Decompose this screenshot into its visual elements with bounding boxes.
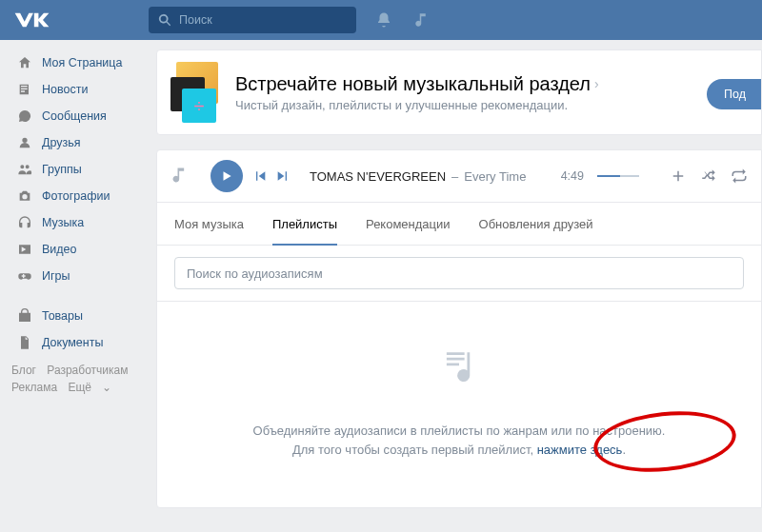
- sidebar-item-label: Сообщения: [42, 109, 107, 123]
- topbar: Поиск: [0, 0, 762, 40]
- sidebar-item-label: Новости: [42, 83, 88, 96]
- banner-subtitle: Чистый дизайн, плейлисты и улучшенные ре…: [235, 98, 599, 112]
- music-tabs: Моя музыка Плейлисты Рекомендации Обновл…: [157, 203, 761, 246]
- sidebar-footer: Блог Разработчикам Реклама Ещё ⌄: [11, 362, 156, 396]
- sidebar-item-friends[interactable]: Друзья: [11, 129, 156, 156]
- vk-logo[interactable]: [11, 10, 53, 30]
- track-duration: 4:49: [561, 169, 584, 183]
- sidebar-item-market[interactable]: Товары: [11, 303, 156, 329]
- audio-player: TOMAS N'EVERGREEN – Every Time 4:49: [157, 150, 761, 203]
- sidebar: Моя Страница Новости Сообщения Друзья Гр…: [0, 40, 156, 522]
- chevron-right-icon: ›: [594, 76, 599, 91]
- search-icon: [158, 13, 171, 27]
- sidebar-item-label: Моя Страница: [42, 56, 122, 69]
- chevron-down-icon: ⌄: [102, 381, 111, 394]
- users-icon: [15, 162, 34, 177]
- sidebar-item-music[interactable]: Музыка: [11, 209, 156, 236]
- music-banner: ÷ Встречайте новый музыкальный раздел› Ч…: [157, 50, 761, 134]
- music-icon[interactable]: [413, 11, 431, 29]
- sidebar-item-label: Игры: [42, 269, 70, 283]
- playlists-empty-state: Объединяйте аудиозаписи в плейлисты по ж…: [157, 302, 761, 507]
- sidebar-item-photos[interactable]: Фотографии: [11, 183, 156, 209]
- sidebar-item-label: Группы: [42, 163, 82, 176]
- tab-friends-updates[interactable]: Обновления друзей: [479, 203, 593, 246]
- tab-playlists[interactable]: Плейлисты: [272, 203, 337, 246]
- notifications-icon[interactable]: [375, 11, 392, 29]
- top-icons: [375, 11, 431, 29]
- footer-ads[interactable]: Реклама: [11, 381, 57, 394]
- newspaper-icon: [15, 82, 34, 97]
- music-card: TOMAS N'EVERGREEN – Every Time 4:49 Моя …: [156, 149, 762, 508]
- empty-line2: Для того чтобы создать первый плейлист, …: [174, 441, 744, 460]
- sidebar-item-games[interactable]: Игры: [11, 263, 156, 289]
- search-placeholder: Поиск: [179, 13, 212, 27]
- chat-icon: [15, 108, 34, 124]
- footer-more[interactable]: Ещё ⌄: [68, 381, 119, 394]
- main: ÷ Встречайте новый музыкальный раздел› Ч…: [156, 40, 762, 522]
- play-button[interactable]: [211, 160, 243, 192]
- audio-search-row: [157, 246, 761, 302]
- now-playing: TOMAS N'EVERGREEN – Every Time: [310, 169, 561, 184]
- banner-album-art: ÷: [170, 62, 224, 123]
- sidebar-item-messages[interactable]: Сообщения: [11, 103, 156, 129]
- sidebar-item-label: Документы: [42, 336, 103, 349]
- document-icon: [15, 335, 34, 350]
- sidebar-item-groups[interactable]: Группы: [11, 156, 156, 183]
- bag-icon: [15, 308, 34, 324]
- banner-title[interactable]: Встречайте новый музыкальный раздел›: [235, 73, 599, 95]
- footer-blog[interactable]: Блог: [11, 364, 36, 377]
- banner-card: ÷ Встречайте новый музыкальный раздел› Ч…: [156, 49, 762, 135]
- tab-recommendations[interactable]: Рекомендации: [366, 203, 451, 246]
- sidebar-item-label: Товары: [42, 309, 83, 323]
- sidebar-item-label: Фотографии: [42, 189, 110, 203]
- camera-icon: [15, 188, 34, 204]
- track-title: Every Time: [464, 169, 526, 184]
- repeat-icon[interactable]: [731, 167, 748, 185]
- user-icon: [15, 135, 34, 150]
- sidebar-item-profile[interactable]: Моя Страница: [11, 49, 156, 76]
- prev-button[interactable]: [252, 168, 268, 184]
- sidebar-item-label: Видео: [42, 243, 77, 256]
- tab-my-music[interactable]: Моя музыка: [174, 203, 244, 246]
- footer-dev[interactable]: Разработчикам: [47, 364, 128, 377]
- page: Моя Страница Новости Сообщения Друзья Гр…: [0, 40, 762, 522]
- shuffle-icon[interactable]: [700, 167, 717, 185]
- video-icon: [15, 242, 34, 257]
- home-icon: [15, 55, 34, 70]
- sidebar-item-label: Музыка: [42, 216, 84, 229]
- sidebar-item-docs[interactable]: Документы: [11, 329, 156, 356]
- playlist-note-icon: [431, 340, 488, 397]
- empty-line1: Объединяйте аудиозаписи в плейлисты по ж…: [174, 422, 744, 441]
- sidebar-item-video[interactable]: Видео: [11, 236, 156, 263]
- music-note-icon: [170, 166, 193, 187]
- create-playlist-link[interactable]: нажмите здесь: [537, 443, 623, 457]
- sidebar-item-label: Друзья: [42, 136, 81, 149]
- gamepad-icon: [15, 268, 34, 284]
- track-artist: TOMAS N'EVERGREEN: [310, 169, 446, 184]
- search-box[interactable]: Поиск: [149, 7, 356, 33]
- audio-search-input[interactable]: [174, 257, 744, 289]
- cta-button[interactable]: Под: [707, 79, 761, 109]
- sidebar-item-news[interactable]: Новости: [11, 76, 156, 103]
- headphone-icon: [15, 215, 34, 230]
- next-button[interactable]: [275, 168, 291, 184]
- add-icon[interactable]: [670, 167, 687, 185]
- volume-slider[interactable]: [597, 175, 639, 177]
